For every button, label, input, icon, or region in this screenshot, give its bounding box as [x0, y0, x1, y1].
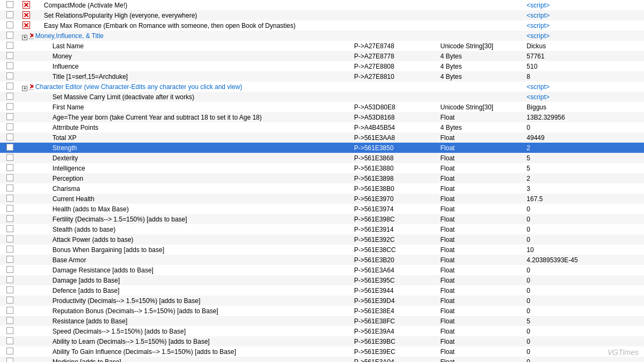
entry-value: 13B2.329956: [524, 112, 644, 122]
row-checkbox[interactable]: [6, 286, 13, 293]
table-row[interactable]: +Money,Influence, & Title<script>: [0, 31, 644, 41]
row-checkbox[interactable]: [6, 327, 13, 334]
table-row[interactable]: Resistance [adds to Base]P->561E38FCFloa…: [0, 316, 644, 326]
row-checkbox[interactable]: [6, 348, 13, 354]
row-checkbox[interactable]: [6, 358, 13, 363]
entry-value[interactable]: <script>: [524, 0, 644, 10]
row-checkbox[interactable]: [6, 337, 13, 344]
icon-cell: [20, 10, 33, 20]
entry-address: P->561E38FC: [352, 316, 438, 326]
row-checkbox[interactable]: [6, 174, 13, 181]
table-row[interactable]: Damage Resistance [adds to Base]P->561E3…: [0, 265, 644, 275]
row-checkbox[interactable]: [6, 297, 13, 304]
entry-value: 3: [524, 183, 644, 194]
table-row[interactable]: DexterityP->561E3868Float5: [0, 153, 644, 163]
row-checkbox[interactable]: [6, 1, 13, 8]
row-checkbox[interactable]: [6, 266, 13, 273]
table-row[interactable]: First NameP->A53D80E8Unicode String[30]B…: [0, 102, 644, 112]
entry-type: 4 Bytes: [438, 61, 524, 71]
entry-value[interactable]: <script>: [524, 31, 644, 41]
expand-icon[interactable]: +: [22, 86, 27, 91]
checkbox-cell: [0, 122, 20, 132]
entry-value: 10: [524, 245, 644, 255]
entry-name: Resistance [adds to Base]: [33, 316, 352, 326]
expand-icon[interactable]: +: [22, 35, 27, 40]
row-checkbox[interactable]: [6, 11, 13, 18]
checkbox-cell: [0, 275, 20, 285]
row-checkbox[interactable]: [6, 307, 13, 314]
table-row[interactable]: Fertility (Decimals--> 1.5=150%) [adds t…: [0, 214, 644, 224]
row-checkbox[interactable]: [6, 154, 13, 161]
row-checkbox[interactable]: [6, 317, 13, 324]
row-checkbox[interactable]: [6, 123, 13, 130]
icon-cell: [20, 183, 33, 194]
title-link[interactable]: Character Editor (view Character-Edits a…: [35, 83, 242, 91]
table-row[interactable]: MoneyP->A27E87784 Bytes57761: [0, 51, 644, 61]
checkbox-cell: [0, 285, 20, 295]
entry-value[interactable]: <script>: [524, 82, 644, 92]
table-row[interactable]: Ability to Learn (Decimals--> 1.5=150%) …: [0, 336, 644, 346]
table-row[interactable]: Health (adds to Max Base)P->561E3974Floa…: [0, 204, 644, 214]
row-checkbox[interactable]: [6, 184, 13, 191]
row-checkbox[interactable]: [6, 144, 13, 151]
table-row[interactable]: Set Relations/Popularity High (everyone,…: [0, 10, 644, 20]
row-checkbox[interactable]: [6, 276, 13, 283]
row-checkbox[interactable]: [6, 32, 13, 39]
icon-cell: [20, 234, 33, 245]
row-checkbox[interactable]: [6, 225, 13, 232]
checkbox-cell: [0, 10, 20, 20]
row-checkbox[interactable]: [6, 134, 13, 141]
row-checkbox[interactable]: [6, 113, 13, 120]
title-link[interactable]: Money,Influence, & Title: [35, 32, 104, 40]
table-row[interactable]: Ability To Gain Influence (Decimals--> 1…: [0, 346, 644, 357]
table-row[interactable]: Attack Power (adds to base)P->561E392CFl…: [0, 234, 644, 245]
entry-value: 0: [524, 346, 644, 357]
row-checkbox[interactable]: [6, 235, 13, 242]
row-checkbox[interactable]: [6, 205, 13, 212]
table-row[interactable]: InfluenceP->A27E88084 Bytes510: [0, 61, 644, 71]
icon-cell: [20, 295, 33, 306]
table-row[interactable]: CharismaP->561E38B0Float3: [0, 183, 644, 194]
table-row[interactable]: IntelligenceP->561E3880Float5: [0, 163, 644, 173]
row-checkbox[interactable]: [6, 164, 13, 171]
table-row[interactable]: Medicine [adds to Base]P->561E3A04Float0: [0, 357, 644, 362]
entry-value[interactable]: <script>: [524, 20, 644, 31]
table-row[interactable]: Attrribute PointsP->A4B45B544 Bytes0: [0, 122, 644, 132]
table-row[interactable]: PerceptionP->561E3898Float2: [0, 173, 644, 183]
table-row[interactable]: Easy Max Romance (Embark on Romance with…: [0, 20, 644, 31]
table-row[interactable]: Productivity (Decimals--> 1.5=150%) [add…: [0, 295, 644, 306]
table-row[interactable]: Defence [adds to Base]P->561E3944Float0: [0, 285, 644, 295]
table-row[interactable]: StrengthP->561E3850Float2: [0, 143, 644, 153]
table-row[interactable]: +Character Editor (view Character-Edits …: [0, 82, 644, 92]
row-checkbox[interactable]: [6, 21, 13, 28]
table-row[interactable]: Damage [adds to Base]P->561E395CFloat0: [0, 275, 644, 285]
entry-type: Float: [438, 153, 524, 163]
row-checkbox[interactable]: [6, 215, 13, 222]
table-row[interactable]: Total XPP->561E3AA8Float49449: [0, 132, 644, 143]
table-row[interactable]: Bonus When Bargaining [adds to base]P->5…: [0, 245, 644, 255]
entry-value[interactable]: <script>: [524, 92, 644, 102]
table-row[interactable]: Age=The year born (take Current Year and…: [0, 112, 644, 122]
table-row[interactable]: CompactMode (Activate Me!)<script>: [0, 0, 644, 10]
table-row[interactable]: Current HealthP->561E3970Float167.5: [0, 194, 644, 204]
row-checkbox[interactable]: [6, 246, 13, 253]
table-row[interactable]: Speed (Decimals--> 1.5=150%) [adds to Ba…: [0, 326, 644, 336]
entry-type: [438, 31, 524, 41]
row-checkbox[interactable]: [6, 52, 13, 59]
row-checkbox[interactable]: [6, 42, 13, 49]
row-checkbox[interactable]: [6, 103, 13, 110]
row-checkbox[interactable]: [6, 62, 13, 69]
table-row[interactable]: Last NameP->A27E8748Unicode String[30]Di…: [0, 41, 644, 51]
entry-value[interactable]: <script>: [524, 10, 644, 20]
table-row[interactable]: Set Massive Carry Limit (deactivate afte…: [0, 92, 644, 102]
row-checkbox[interactable]: [6, 256, 13, 263]
row-checkbox[interactable]: [6, 83, 13, 90]
table-row[interactable]: Title [1=serf,15=Archduke]P->A27E88104 B…: [0, 71, 644, 82]
row-checkbox[interactable]: [6, 93, 13, 100]
entry-name: Damage [adds to Base]: [33, 275, 352, 285]
table-row[interactable]: Reputation Bonus (Decimals--> 1.5=150%) …: [0, 306, 644, 316]
row-checkbox[interactable]: [6, 72, 13, 79]
row-checkbox[interactable]: [6, 195, 13, 202]
table-row[interactable]: Stealth (adds to base)P->561E3914Float0: [0, 224, 644, 234]
table-row[interactable]: Base ArmorP->561E3B20Float4.203895393E-4…: [0, 255, 644, 265]
